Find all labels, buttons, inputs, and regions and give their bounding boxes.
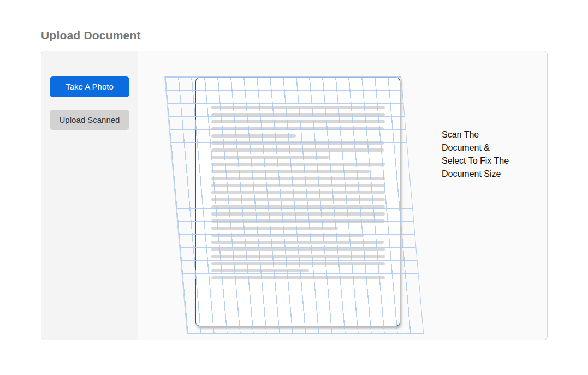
take-a-photo-button[interactable]: Take A Photo [50, 76, 129, 97]
instruction-text: Scan The Document & Select To Fix The Do… [442, 128, 534, 181]
perspective-grid-overlay [164, 76, 424, 334]
page-title: Upload Document [41, 29, 141, 42]
sidebar: Take A Photo Upload Scanned [41, 51, 138, 340]
upload-document-panel: Take A Photo Upload Scanned Scan The Doc… [41, 51, 548, 340]
upload-scanned-button[interactable]: Upload Scanned [50, 110, 129, 130]
